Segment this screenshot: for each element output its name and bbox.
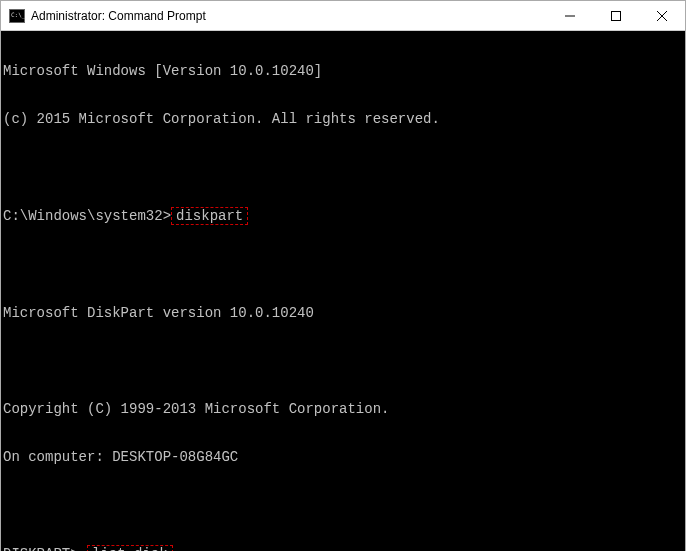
prompt-prefix: C:\Windows\system32> bbox=[3, 208, 171, 224]
prompt-line: C:\Windows\system32>diskpart bbox=[1, 207, 685, 225]
blank-line bbox=[1, 257, 685, 273]
command-list-disk: list disk bbox=[87, 545, 173, 551]
command-diskpart: diskpart bbox=[171, 207, 248, 225]
blank-line bbox=[1, 353, 685, 369]
prompt-line: DISKPART> list disk bbox=[1, 545, 685, 551]
output-line: On computer: DESKTOP-08G84GC bbox=[1, 449, 685, 465]
close-button[interactable] bbox=[639, 1, 685, 30]
blank-line bbox=[1, 159, 685, 175]
window-controls bbox=[547, 1, 685, 30]
svg-rect-1 bbox=[612, 11, 621, 20]
output-line: Microsoft DiskPart version 10.0.10240 bbox=[1, 305, 685, 321]
diskpart-prompt: DISKPART> bbox=[3, 546, 87, 551]
command-prompt-window: Administrator: Command Prompt Microsoft … bbox=[0, 0, 686, 551]
output-line: Microsoft Windows [Version 10.0.10240] bbox=[1, 63, 685, 79]
blank-line bbox=[1, 497, 685, 513]
minimize-button[interactable] bbox=[547, 1, 593, 30]
terminal-output[interactable]: Microsoft Windows [Version 10.0.10240] (… bbox=[1, 31, 685, 551]
output-line: (c) 2015 Microsoft Corporation. All righ… bbox=[1, 111, 685, 127]
maximize-button[interactable] bbox=[593, 1, 639, 30]
window-title: Administrator: Command Prompt bbox=[31, 9, 547, 23]
titlebar[interactable]: Administrator: Command Prompt bbox=[1, 1, 685, 31]
output-line: Copyright (C) 1999-2013 Microsoft Corpor… bbox=[1, 401, 685, 417]
cmd-icon bbox=[9, 9, 25, 23]
